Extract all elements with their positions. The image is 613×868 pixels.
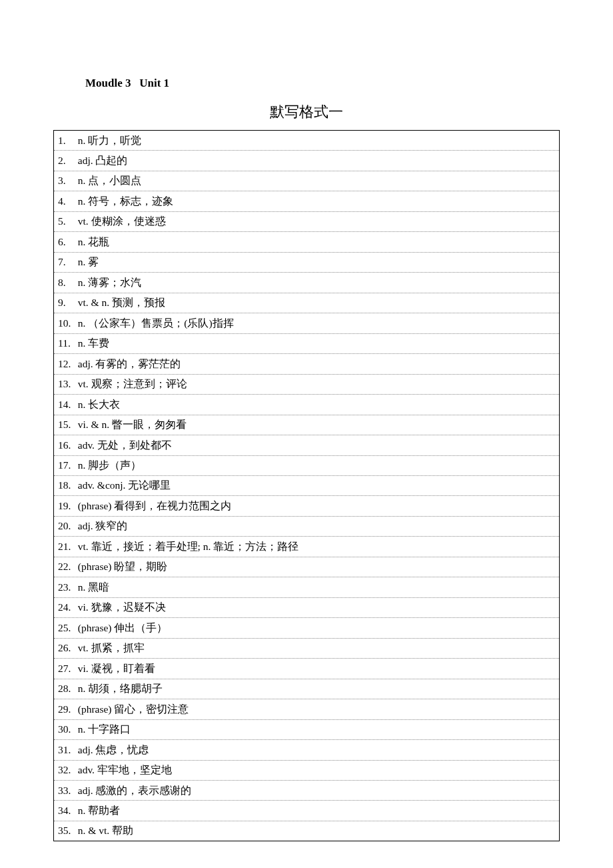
definition: 无处，到处都不 <box>97 439 172 451</box>
part-of-speech: n. <box>78 581 86 593</box>
entry-number: 6. <box>58 235 73 249</box>
page-container: Moudle 3 Unit 1 默写格式一 1. n. 听力，听觉2. adj.… <box>0 0 613 841</box>
vocab-cell: 10. n. （公家车）售票员；(乐队)指挥 <box>54 313 560 333</box>
part-of-speech: (phrase) <box>78 561 112 572</box>
entry-number: 19. <box>58 499 73 513</box>
definition: 抓紧，抓牢 <box>91 642 145 653</box>
vocabulary-table: 1. n. 听力，听觉2. adj. 凸起的3. n. 点，小圆点4. n. 符… <box>53 130 560 841</box>
definition: 牢牢地，坚定地 <box>97 764 172 775</box>
part-of-speech: vt. & n. <box>78 297 109 308</box>
part-of-speech: n. <box>78 135 86 146</box>
vocab-cell: 15. vi. & n. 瞥一眼，匆匆看 <box>54 415 560 435</box>
vocab-cell: 3. n. 点，小圆点 <box>54 171 560 191</box>
table-row: 4. n. 符号，标志，迹象 <box>54 191 560 211</box>
entry-number: 5. <box>58 214 73 229</box>
definition: 焦虑，忧虑 <box>95 744 149 755</box>
table-row: 5. vt. 使糊涂，使迷惑 <box>54 211 560 231</box>
vocab-cell: 19. (phrase) 看得到，在视力范围之内 <box>54 496 560 516</box>
entry-number: 32. <box>58 763 73 777</box>
definition: 预测，预报 <box>112 297 165 308</box>
vocab-cell: 5. vt. 使糊涂，使迷惑 <box>54 211 560 231</box>
table-row: 3. n. 点，小圆点 <box>54 171 560 191</box>
part-of-speech: adj. <box>78 520 93 531</box>
definition: 十字路口 <box>88 723 131 735</box>
table-row: 9. vt. & n. 预测，预报 <box>54 293 560 313</box>
vocab-cell: 14. n. 长大衣 <box>54 395 560 415</box>
vocab-cell: 17. n. 脚步（声） <box>54 455 560 475</box>
table-row: 34. n. 帮助者 <box>54 801 560 821</box>
entry-number: 13. <box>58 377 73 391</box>
vocab-cell: 9. vt. & n. 预测，预报 <box>54 293 560 313</box>
entry-number: 15. <box>58 417 73 432</box>
definition: 使糊涂，使迷惑 <box>91 215 166 227</box>
entry-number: 2. <box>58 153 73 168</box>
entry-number: 4. <box>58 194 73 209</box>
definition: 帮助者 <box>88 805 120 816</box>
vocab-cell: 8. n. 薄雾；水汽 <box>54 273 560 293</box>
part-of-speech: adj. <box>78 358 93 369</box>
table-row: 11. n. 车费 <box>54 333 560 353</box>
module-label: Moudle 3 <box>85 77 131 89</box>
table-row: 23. n. 黑暗 <box>54 577 560 597</box>
entry-number: 24. <box>58 600 73 615</box>
definition: （公家车）售票员；(乐队)指挥 <box>88 317 233 329</box>
part-of-speech: (phrase) <box>78 500 112 511</box>
part-of-speech: vt. <box>78 378 89 389</box>
part-of-speech: n. <box>78 399 86 410</box>
entry-number: 12. <box>58 357 73 371</box>
entry-number: 30. <box>58 722 73 737</box>
definition: 伸出（手） <box>114 622 167 633</box>
part-of-speech: n. <box>78 175 86 186</box>
vocab-cell: 33. adj. 感激的，表示感谢的 <box>54 781 560 801</box>
entry-number: 10. <box>58 316 73 331</box>
table-row: 10. n. （公家车）售票员；(乐队)指挥 <box>54 313 560 333</box>
part-of-speech: n. <box>78 459 86 471</box>
table-row: 22. (phrase) 盼望，期盼 <box>54 557 560 577</box>
part-of-speech: adv. <box>78 439 95 451</box>
part-of-speech: n. <box>78 195 86 207</box>
entry-number: 22. <box>58 559 73 574</box>
definition: 有雾的，雾茫茫的 <box>95 358 181 369</box>
table-row: 6. n. 花瓶 <box>54 232 560 252</box>
entry-number: 25. <box>58 621 73 635</box>
module-unit-header: Moudle 3 Unit 1 <box>85 77 560 90</box>
entry-number: 28. <box>58 681 73 696</box>
table-row: 25. (phrase) 伸出（手） <box>54 618 560 638</box>
part-of-speech: vt. <box>78 642 89 653</box>
table-row: 7. n. 雾 <box>54 252 560 272</box>
table-row: 2. adj. 凸起的 <box>54 151 560 171</box>
part-of-speech: adv. <box>78 764 95 775</box>
table-row: 24. vi. 犹豫，迟疑不决 <box>54 597 560 617</box>
definition: 脚步（声） <box>88 459 141 471</box>
vocab-cell: 11. n. 车费 <box>54 333 560 353</box>
entry-number: 35. <box>58 823 73 838</box>
definition: 车费 <box>88 337 109 349</box>
vocab-cell: 34. n. 帮助者 <box>54 801 560 821</box>
table-row: 1. n. 听力，听觉 <box>54 131 560 151</box>
vocab-cell: 18. adv. &conj. 无论哪里 <box>54 475 560 495</box>
part-of-speech: n. <box>78 236 86 247</box>
part-of-speech: vt. <box>78 215 89 227</box>
vocab-cell: 4. n. 符号，标志，迹象 <box>54 191 560 211</box>
part-of-speech: adj. <box>78 744 93 755</box>
definition: 凝视，盯着看 <box>91 663 155 674</box>
part-of-speech: vi. & n. <box>78 419 109 430</box>
definition: 花瓶 <box>88 236 109 247</box>
vocab-cell: 20. adj. 狭窄的 <box>54 516 560 536</box>
table-row: 16. adv. 无处，到处都不 <box>54 435 560 455</box>
definition: 黑暗 <box>88 581 109 593</box>
vocab-cell: 22. (phrase) 盼望，期盼 <box>54 557 560 577</box>
definition: 薄雾；水汽 <box>88 277 141 288</box>
part-of-speech: n. <box>78 723 86 735</box>
part-of-speech: vi. <box>78 601 89 613</box>
definition: 靠近，接近；着手处理; n. 靠近；方法；路径 <box>91 541 299 552</box>
definition: 点，小圆点 <box>88 175 141 186</box>
definition: 盼望，期盼 <box>114 561 167 572</box>
vocab-cell: 35. n. & vt. 帮助 <box>54 821 560 841</box>
unit-label: Unit 1 <box>139 77 169 89</box>
definition: 犹豫，迟疑不决 <box>91 601 166 613</box>
part-of-speech: n. <box>78 317 86 329</box>
vocab-cell: 7. n. 雾 <box>54 252 560 272</box>
part-of-speech: adv. &conj. <box>78 479 126 491</box>
table-row: 31. adj. 焦虑，忧虑 <box>54 740 560 760</box>
